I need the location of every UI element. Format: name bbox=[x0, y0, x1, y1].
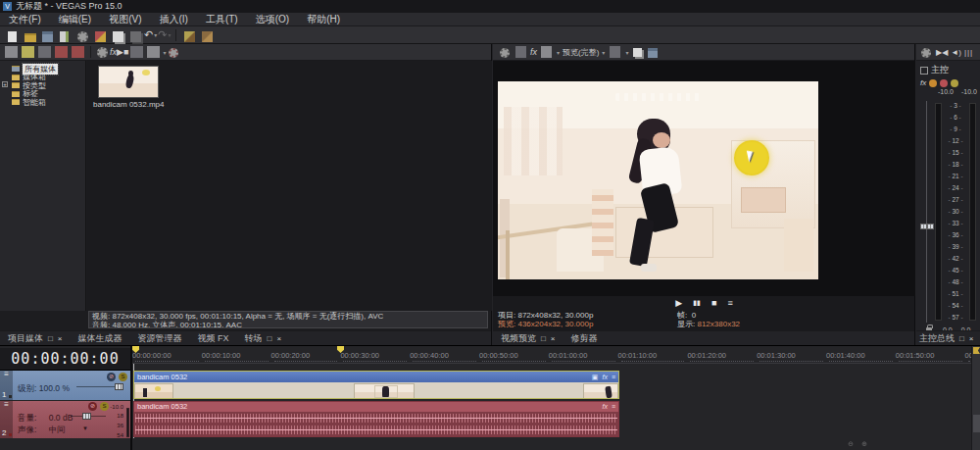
views-dropdown-icon[interactable]: ▾ bbox=[163, 49, 166, 56]
track-menu-icon[interactable]: ≡ bbox=[0, 371, 13, 378]
normal-edit-tool-icon[interactable] bbox=[184, 31, 195, 42]
stop-button[interactable]: ■ bbox=[711, 298, 716, 308]
tab-master-bus[interactable]: 主控总线□× bbox=[916, 332, 977, 345]
redo-icon[interactable]: ↷ bbox=[158, 28, 167, 41]
event-menu-icon[interactable]: ≡ bbox=[612, 372, 615, 382]
mixer-settings-icon[interactable] bbox=[921, 48, 931, 58]
close-icon[interactable]: × bbox=[551, 334, 556, 343]
new-project-icon[interactable] bbox=[8, 31, 17, 42]
restore-icon[interactable]: □ bbox=[48, 334, 53, 343]
tab-transitions[interactable]: 转场□× bbox=[237, 332, 290, 345]
redo-dropdown-icon[interactable]: ▾ bbox=[168, 31, 171, 38]
level-slider-handle[interactable] bbox=[115, 383, 123, 390]
timeline-ruler[interactable]: 00:00:00:0000:00:10:0000:00:20:0000:00:3… bbox=[132, 350, 980, 364]
video-event[interactable]: bandicam 0532 ▣ fx ≡ bbox=[133, 371, 619, 399]
restore-icon[interactable]: □ bbox=[268, 334, 272, 343]
speaker-icon[interactable]: ◄) bbox=[951, 46, 961, 59]
render-as-icon[interactable] bbox=[60, 31, 69, 42]
refresh-icon[interactable] bbox=[130, 46, 143, 58]
tab-video-preview[interactable]: 视频预览□× bbox=[493, 332, 564, 345]
external-monitor-icon[interactable] bbox=[515, 46, 526, 58]
play-button[interactable]: ▶ bbox=[675, 298, 682, 308]
pause-button[interactable]: ▮▮ bbox=[693, 299, 701, 307]
track-solo-button[interactable]: S bbox=[119, 373, 127, 381]
mute-bus-icon[interactable] bbox=[940, 79, 948, 87]
track-mute-button[interactable]: ⊘ bbox=[107, 373, 116, 381]
add-to-bin-icon[interactable] bbox=[72, 46, 84, 58]
tab-media-generators[interactable]: 媒体生成器 bbox=[71, 332, 130, 345]
level-slider[interactable] bbox=[76, 383, 123, 390]
marker-tool-icon[interactable] bbox=[973, 347, 980, 354]
event-fx-icon[interactable]: fx bbox=[602, 402, 607, 412]
save-snapshot-icon[interactable] bbox=[648, 48, 658, 58]
open-project-icon[interactable] bbox=[24, 33, 36, 42]
record-bus-icon[interactable] bbox=[929, 79, 937, 87]
menu-item[interactable]: 工具(T) bbox=[197, 13, 247, 26]
overlays-icon[interactable] bbox=[610, 46, 620, 58]
track-solo-button[interactable]: S bbox=[100, 402, 109, 411]
event-menu-icon[interactable]: ≡ bbox=[612, 402, 615, 412]
save-project-icon[interactable] bbox=[42, 31, 53, 42]
search-icon[interactable] bbox=[169, 48, 178, 58]
tab-explorer[interactable]: 资源管理器 bbox=[130, 332, 190, 345]
restore-icon[interactable]: □ bbox=[541, 334, 546, 343]
restore-icon[interactable]: □ bbox=[959, 334, 964, 343]
quality-dropdown-icon[interactable]: ▾ bbox=[602, 49, 605, 56]
master-fader-right[interactable] bbox=[927, 224, 934, 229]
event-fx-icon[interactable]: fx bbox=[602, 372, 607, 382]
loop-button[interactable]: ≡ bbox=[727, 298, 732, 308]
media-fx-icon[interactable]: fx bbox=[110, 46, 117, 59]
stop-preview-icon[interactable]: ■ bbox=[123, 46, 128, 59]
undo-icon[interactable]: ↶ bbox=[144, 28, 153, 41]
close-icon[interactable]: × bbox=[58, 334, 63, 343]
views-icon[interactable] bbox=[147, 46, 160, 58]
mixer-faders-icon[interactable]: ||| bbox=[964, 46, 973, 59]
track-mute-button[interactable]: ⊘ bbox=[88, 402, 97, 411]
pan-crop-icon[interactable]: ▣ bbox=[592, 372, 599, 382]
volume-slider-handle[interactable] bbox=[82, 413, 91, 420]
menu-item[interactable]: 文件(F) bbox=[0, 13, 50, 26]
start-preview-icon[interactable]: ▶ bbox=[117, 46, 123, 59]
scrollbar-thumb[interactable] bbox=[973, 415, 980, 432]
pan-dropdown-icon[interactable]: ▼ bbox=[82, 425, 88, 431]
track-menu-icon[interactable]: ≡ bbox=[0, 401, 13, 409]
menu-item[interactable]: 插入(I) bbox=[150, 13, 196, 26]
split-screen-icon[interactable] bbox=[541, 46, 552, 58]
timeline-scrollbar[interactable] bbox=[971, 346, 980, 450]
media-properties-icon[interactable] bbox=[97, 47, 108, 58]
media-item-bandicam[interactable]: bandicam 0532.mp4 bbox=[93, 66, 164, 109]
undo-dropdown-icon[interactable]: ▾ bbox=[154, 31, 157, 38]
master-fader-left[interactable] bbox=[920, 224, 927, 229]
paste-icon[interactable] bbox=[130, 31, 141, 42]
tab-video-fx[interactable]: 视频 FX bbox=[190, 332, 237, 345]
menu-item[interactable]: 编辑(E) bbox=[50, 13, 100, 26]
insert-bus-icon[interactable]: ▶◀ bbox=[936, 46, 948, 59]
preview-settings-icon[interactable] bbox=[500, 48, 510, 58]
overlays-dropdown-icon[interactable]: ▾ bbox=[625, 49, 628, 56]
tab-project-media[interactable]: 项目媒体□× bbox=[0, 332, 71, 345]
solo-bus-icon[interactable] bbox=[951, 79, 958, 87]
volume-slider[interactable] bbox=[71, 413, 106, 420]
get-media-web-icon[interactable] bbox=[55, 46, 68, 58]
copy-snapshot-icon[interactable] bbox=[633, 48, 642, 57]
extract-audio-icon[interactable] bbox=[38, 46, 51, 58]
project-properties-icon[interactable] bbox=[77, 31, 88, 42]
master-fx-icon[interactable]: fx bbox=[920, 78, 926, 87]
menu-item[interactable]: 帮助(H) bbox=[298, 13, 349, 26]
tree-item-by-type[interactable]: 按类型 bbox=[0, 81, 85, 90]
import-media-icon[interactable] bbox=[5, 46, 18, 58]
tab-trimmer[interactable]: 修剪器 bbox=[564, 332, 606, 345]
preview-quality-label[interactable]: 预览(完整) bbox=[563, 47, 599, 58]
timecode-display[interactable]: 00:00:00:00 bbox=[0, 348, 130, 371]
menu-item[interactable]: 视图(V) bbox=[100, 13, 150, 26]
close-icon[interactable]: × bbox=[276, 334, 281, 343]
make-movie-icon[interactable] bbox=[95, 31, 106, 42]
zoom-in-icon[interactable]: ⊕ bbox=[861, 440, 867, 448]
video-output-fx-icon[interactable]: fx bbox=[530, 46, 537, 59]
tree-item-smart-bins[interactable]: 智能箱 bbox=[0, 98, 85, 107]
audio-event[interactable]: bandicam 0532 fx ≡ bbox=[133, 401, 619, 437]
capture-video-icon[interactable] bbox=[22, 46, 34, 58]
tree-expander-icon[interactable]: + bbox=[2, 81, 8, 87]
copy-icon[interactable] bbox=[113, 31, 123, 42]
split-screen-dropdown-icon[interactable]: ▾ bbox=[557, 49, 560, 56]
